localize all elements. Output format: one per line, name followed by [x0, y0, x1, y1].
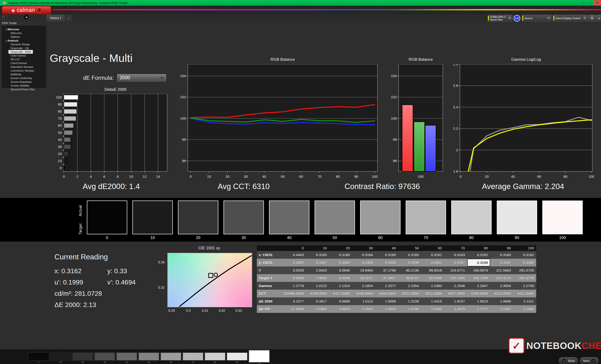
table-cell[interactable]: 1.9799: [398, 305, 421, 313]
table-cell[interactable]: 0.3164: [352, 251, 375, 259]
table-cell[interactable]: 1.0115: [352, 297, 375, 305]
table-cell[interactable]: 2.2647: [467, 282, 490, 290]
table-cell[interactable]: 0.3297: [490, 259, 513, 267]
table-cell[interactable]: 0.3162: [421, 251, 444, 259]
table-cell[interactable]: 281.0728: [513, 274, 536, 282]
sidebar-item-colorchecker[interactable]: ColorChecker: [2, 61, 46, 65]
table-cell[interactable]: 60.2136: [398, 267, 421, 274]
table-cell[interactable]: 2.2749: [513, 282, 536, 290]
sidebar-item-additivity[interactable]: Additivity: [2, 72, 46, 76]
table-cell[interactable]: 0.0000: [283, 274, 306, 282]
calman-menu-button[interactable]: ◈ calman ▼: [2, 6, 51, 14]
table-cell[interactable]: 6309.0000: [467, 290, 490, 297]
table-cell[interactable]: 1.2778: [283, 282, 306, 290]
table-cell[interactable]: 125.1340: [444, 274, 467, 282]
meter-count-badge[interactable]: 235: [514, 15, 520, 22]
table-cell[interactable]: 89.5348: [421, 274, 444, 282]
table-cell[interactable]: 1.4419: [421, 297, 444, 305]
table-cell[interactable]: 0.3162: [513, 251, 536, 259]
table-cell[interactable]: 0.3160: [375, 251, 398, 259]
table-cell[interactable]: 0.1682: [283, 259, 306, 267]
table-cell[interactable]: 0.3297: [444, 259, 467, 267]
sidebar-item-welcome[interactable]: Welcome: [2, 31, 46, 35]
table-cell[interactable]: 0.3307: [306, 259, 329, 267]
table-cell[interactable]: 6307.0000: [444, 290, 467, 297]
table-cell[interactable]: 1.8053: [375, 305, 398, 313]
table-cell[interactable]: 2.1311: [513, 297, 536, 305]
table-cell[interactable]: 2.0025: [329, 305, 352, 313]
sidebar-collapse-icon[interactable]: ◀: [24, 15, 29, 19]
table-cell[interactable]: 37.1796: [375, 267, 398, 274]
panel-collapse-button[interactable]: ◀: [596, 15, 601, 22]
pattern-swatch-80[interactable]: 80: [205, 353, 225, 363]
pattern-swatch-20[interactable]: 20: [72, 353, 93, 363]
table-cell[interactable]: 17.4459: [283, 305, 306, 313]
table-cell[interactable]: 2.2380: [421, 282, 444, 290]
table-cell[interactable]: 9.3049: [329, 274, 352, 282]
table-cell[interactable]: 0.4817: [306, 297, 329, 305]
sidebar-item-spectral-power-dist-[interactable]: Spectral Power Dist.: [2, 87, 46, 91]
table-cell[interactable]: 0.1077: [283, 297, 306, 305]
sidebar-item-options[interactable]: Options: [2, 35, 46, 39]
add-tab-button[interactable]: +: [65, 15, 72, 22]
table-cell[interactable]: 0.3300: [513, 259, 536, 267]
table-cell[interactable]: 2.2354: [398, 282, 421, 290]
table-cell[interactable]: 2.3054: [490, 282, 513, 290]
table-cell[interactable]: 6298.0000: [352, 290, 375, 297]
table-cell[interactable]: 6316.0000: [375, 290, 398, 297]
table-cell[interactable]: 0.3298: [398, 259, 421, 267]
sidebar-item-grayscale-2pt[interactable]: Grayscale - 2pt: [2, 46, 46, 50]
table-cell[interactable]: 1.9023: [467, 297, 490, 305]
sidebar-item-color-gamut[interactable]: Color Gamut: [2, 54, 46, 57]
table-cell[interactable]: 0.3160: [490, 251, 513, 259]
sidebar-item-screen-uniformity[interactable]: Screen Uniformity: [2, 76, 46, 80]
pattern-swatch-100[interactable]: 100: [249, 353, 270, 364]
table-cell[interactable]: 0.3165: [306, 251, 329, 259]
table-cell[interactable]: 1.9948: [490, 297, 513, 305]
table-cell[interactable]: 1.0069: [375, 297, 398, 305]
table-cell[interactable]: 0.3303: [375, 259, 398, 267]
table-cell[interactable]: 2.0122: [306, 282, 329, 290]
table-cell[interactable]: 2.9034: [306, 274, 329, 282]
table-cell[interactable]: 6311.0000: [513, 290, 536, 297]
sidebar-item-luminance-sweeps[interactable]: Luminance Sweeps: [2, 69, 46, 72]
tab-history-1[interactable]: History 1: [47, 15, 65, 22]
table-cell[interactable]: 222.4123: [490, 274, 513, 282]
table-cell[interactable]: 6289.0000: [306, 290, 329, 297]
table-cell[interactable]: 169.5679: [467, 267, 490, 274]
table-cell[interactable]: 0.0029: [283, 267, 306, 274]
pattern-swatch-60[interactable]: 60: [160, 353, 181, 363]
table-cell[interactable]: 9.0846: [329, 267, 352, 274]
sidebar-pin-button[interactable]: [2, 15, 7, 20]
next-button[interactable]: Next »: [580, 357, 599, 364]
table-cell[interactable]: 0.3299: [467, 259, 490, 267]
table-cell[interactable]: 2.8420: [306, 267, 329, 274]
maximize-button[interactable]: □: [587, 0, 594, 6]
table-cell[interactable]: 2.2045: [352, 305, 375, 313]
table-cell[interactable]: 19.9469: [352, 267, 375, 274]
source-dropdown[interactable]: Source ▼: [522, 15, 552, 22]
table-cell[interactable]: 2.1696: [513, 305, 536, 313]
table-cell[interactable]: 124.9771: [444, 267, 467, 274]
table-cell[interactable]: 6322.0000: [490, 290, 513, 297]
table-cell[interactable]: 0.3163: [444, 251, 467, 259]
tree-group-welcome[interactable]: ◢Welcome: [2, 28, 46, 31]
table-cell[interactable]: 2.2075: [444, 305, 467, 313]
sidebar-item-screen-stability[interactable]: Screen Stability: [2, 84, 46, 87]
table-cell[interactable]: 0.6688: [329, 297, 352, 305]
settings-gear-button[interactable]: ⚙: [588, 15, 596, 22]
pattern-swatch-50[interactable]: 50: [139, 353, 159, 363]
table-cell[interactable]: 2.1041: [490, 305, 513, 313]
table-cell[interactable]: 2.1854: [352, 282, 375, 290]
table-cell[interactable]: 2.2077: [375, 282, 398, 290]
table-cell[interactable]: 20.3137: [352, 274, 375, 282]
pattern-swatch-40[interactable]: 40: [116, 353, 137, 363]
table-cell[interactable]: 2.1777: [467, 305, 490, 313]
pattern-swatch-90[interactable]: 90: [227, 353, 247, 363]
table-cell[interactable]: 0.3300: [352, 259, 375, 267]
sidebar-item-screen-angularity[interactable]: Screen Angularity: [2, 80, 46, 84]
table-cell[interactable]: 1.3108: [398, 297, 421, 305]
pattern-swatch-30[interactable]: 30: [94, 353, 115, 363]
table-cell[interactable]: 281.0728: [513, 267, 536, 274]
table-cell[interactable]: 0.4443: [283, 251, 306, 259]
